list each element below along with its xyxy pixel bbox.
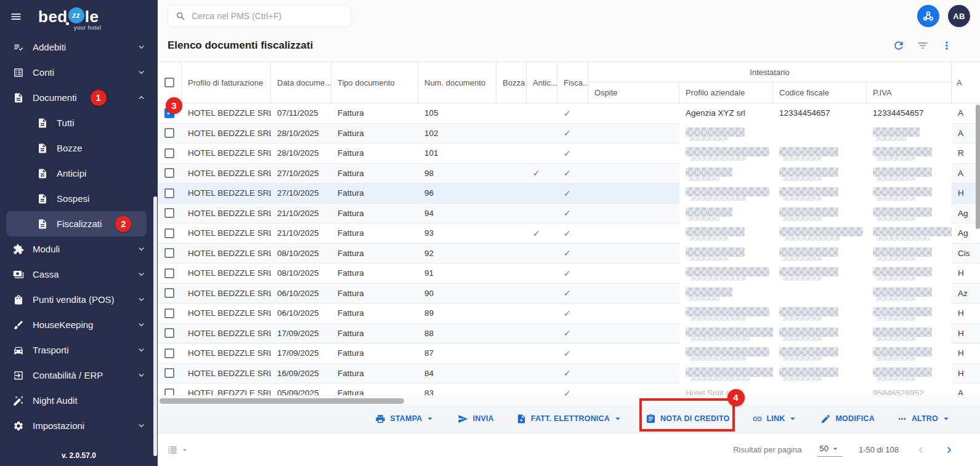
kebab-menu-icon[interactable] (941, 39, 953, 52)
row-checkbox[interactable] (164, 268, 174, 278)
printer-icon (375, 414, 386, 424)
chevron-left-icon[interactable] (915, 444, 927, 456)
row-checkbox[interactable] (164, 228, 174, 238)
header-piva[interactable]: P.IVA (867, 82, 952, 103)
sidebar-item-addebiti[interactable]: Addebiti (0, 34, 158, 60)
page-size-select[interactable]: 50 (817, 443, 842, 457)
horizontal-scrollbar[interactable] (160, 398, 404, 404)
vertical-scrollbar[interactable] (976, 105, 980, 229)
table-row[interactable]: HOTEL BEDZZLE SRL27/10/2025Fattura96✓H (158, 183, 980, 204)
avatar[interactable]: AB (948, 5, 970, 27)
cell-piva (867, 364, 952, 384)
sidebar-item-contabilit-erp[interactable]: Contabilità / ERP (0, 363, 158, 388)
table-row[interactable]: HOTEL BEDZZLE SRL21/10/2025Fattura94✓Ag (158, 204, 980, 224)
toolbar-button-fatt-elettronica[interactable]: FATT. ELETTRONICA (516, 413, 623, 424)
app-version: v. 2.0.57.0 (0, 451, 158, 460)
select-all-checkbox[interactable] (164, 78, 174, 87)
check-icon: ✓ (533, 228, 540, 238)
sidebar-item-bozze[interactable]: Bozze (0, 135, 158, 161)
table-row[interactable]: HOTEL BEDZZLE SRL06/10/2025Fattura90✓Az (158, 284, 980, 304)
row-checkbox[interactable] (164, 128, 174, 138)
sidebar-item-anticipi[interactable]: Anticipi (0, 161, 158, 186)
table-row[interactable]: HOTEL BEDZZLE SRL17/09/2025Fattura87✓H (158, 343, 980, 364)
header-tipo-documento[interactable]: Tipo documento (331, 62, 418, 103)
row-checkbox[interactable] (164, 188, 174, 198)
annotation-badge-3: 3 (166, 97, 182, 114)
redacted-value (779, 207, 838, 217)
row-checkbox[interactable] (164, 388, 174, 395)
check-icon: ✓ (564, 228, 571, 238)
header-codice-fiscale[interactable]: Codice fiscale (773, 82, 867, 103)
toolbar-button-altro[interactable]: ALTRO (897, 413, 952, 424)
toolbar-button-link[interactable]: LINK (752, 413, 799, 424)
table-row[interactable]: HOTEL BEDZZLE SRL17/09/2025Fattura88✓H (158, 324, 980, 344)
sidebar-item-documenti[interactable]: Documenti1 (0, 85, 158, 110)
header-profilo-fatturazione[interactable]: Profilo di fatturazione (182, 62, 271, 103)
table-row[interactable]: HOTEL BEDZZLE SRL06/10/2025Fattura89✓H (158, 303, 980, 324)
sidebar-item-conti[interactable]: Conti (0, 60, 158, 85)
toolbar-button-stampa[interactable]: STAMPA (375, 413, 435, 424)
row-checkbox[interactable] (164, 208, 174, 218)
chevron-right-icon[interactable] (943, 444, 955, 456)
search-input[interactable] (192, 11, 343, 21)
toolbar-button-invia[interactable]: INVIA (458, 414, 493, 424)
cell-num-documento: 94 (418, 204, 496, 224)
header-bozza[interactable]: Bozza (496, 62, 527, 103)
row-checkbox[interactable] (164, 248, 174, 258)
sidebar-scrollbar[interactable] (153, 196, 157, 456)
table-row[interactable]: HOTEL BEDZZLE SRL16/09/2025Fattura84✓H (158, 364, 980, 384)
hamburger-icon[interactable] (10, 10, 22, 23)
row-checkbox[interactable] (164, 328, 174, 338)
table-row[interactable]: HOTEL BEDZZLE SRL08/10/2025Fattura91✓H (158, 263, 980, 284)
sidebar-item-cassa[interactable]: Cassa (0, 262, 158, 287)
header-ospite[interactable]: Ospite (588, 82, 679, 103)
sidebar-item-sospesi[interactable]: Sospesi (0, 186, 158, 211)
integrations-button[interactable] (917, 5, 939, 27)
table-row[interactable]: HOTEL BEDZZLE SRL08/10/2025Fattura92✓Cis (158, 244, 980, 264)
row-checkbox[interactable] (164, 168, 174, 178)
cell-data-documento: 06/10/2025 (271, 284, 331, 304)
header-fiscalizzato[interactable]: Fisca... (557, 62, 588, 103)
header-profilo-aziendale[interactable]: Profilo aziendale (679, 82, 773, 103)
cell-profilo-fatturazione: HOTEL BEDZZLE SRL (182, 324, 271, 344)
cell-select (158, 143, 182, 164)
toolbar-button-label: LINK (767, 414, 785, 423)
filter-icon[interactable] (917, 39, 929, 52)
header-num-documento[interactable]: Num. documento (418, 62, 496, 103)
redacted-value (686, 327, 773, 337)
sidebar-item-night-audit[interactable]: Night Audit (0, 388, 158, 413)
sidebar-item-punti-vendita-pos[interactable]: Punti vendita (POS) (0, 287, 158, 312)
sidebar-item-housekeeping[interactable]: HouseKeeping (0, 312, 158, 337)
toolbar-button-nota-di-credito[interactable]: NOTA DI CREDITO4 (646, 414, 730, 424)
sidebar-item-impostazioni[interactable]: Impostazioni (0, 413, 158, 438)
sidebar-item-trasporti[interactable]: Trasporti (0, 337, 158, 363)
row-checkbox[interactable] (164, 148, 174, 158)
caret-down-icon (830, 443, 841, 454)
header-data-documento[interactable]: Data docume... (271, 62, 331, 103)
refresh-icon[interactable] (893, 39, 905, 52)
table-row[interactable]: HOTEL BEDZZLE SRL05/09/2025Fattura83✓Hot… (158, 384, 980, 395)
sidebar-item-moduli[interactable]: Moduli (0, 236, 158, 262)
cell-fiscalizzato: ✓ (557, 343, 588, 364)
density-selector[interactable] (166, 444, 190, 456)
header-agenzia[interactable]: A (952, 62, 980, 103)
table-row[interactable]: HOTEL BEDZZLE SRL07/11/2025Fattura105✓Ag… (158, 103, 980, 124)
row-checkbox[interactable] (164, 348, 174, 358)
sidebar-item-fiscalizzati[interactable]: Fiscalizzati2 (6, 211, 147, 236)
header-anticipo[interactable]: Antic... (527, 62, 557, 103)
topbar: AB (158, 0, 980, 32)
sidebar-item-label: HouseKeeping (33, 319, 93, 330)
header-select-all[interactable] (158, 62, 182, 103)
row-checkbox[interactable] (164, 308, 174, 318)
toolbar-button-modifica[interactable]: MODIFICA (820, 414, 874, 424)
table-row[interactable]: HOTEL BEDZZLE SRL28/10/2025Fattura101✓R (158, 143, 980, 164)
table-row[interactable]: HOTEL BEDZZLE SRL28/10/2025Fattura102✓A (158, 124, 980, 144)
sidebar-item-tutti[interactable]: Tutti (0, 110, 158, 135)
row-checkbox[interactable] (164, 368, 174, 378)
cell-ospite (588, 303, 679, 324)
table-row[interactable]: HOTEL BEDZZLE SRL21/10/2025Fattura93✓✓Ag (158, 223, 980, 244)
row-checkbox[interactable] (164, 288, 174, 298)
table-row[interactable]: HOTEL BEDZZLE SRL27/10/2025Fattura98✓✓A (158, 164, 980, 184)
cell-piva: 12334454657 (867, 103, 952, 124)
cell-data-documento: 08/10/2025 (271, 244, 331, 264)
